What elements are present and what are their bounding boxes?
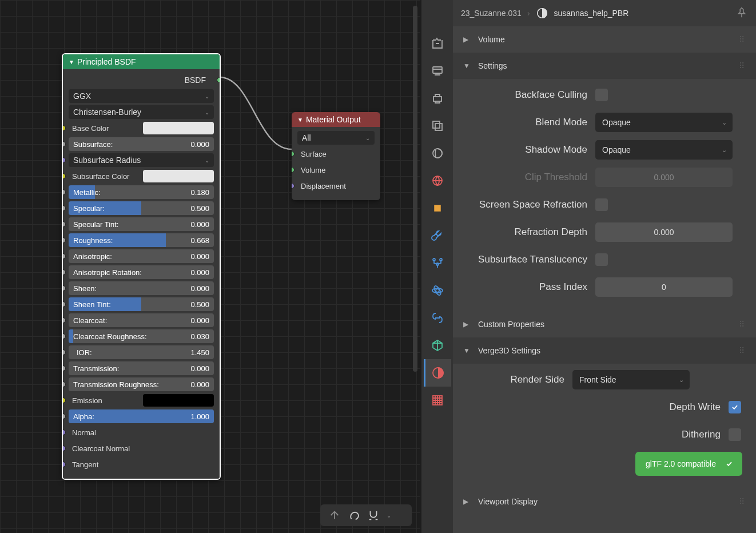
transmission-field[interactable]: Transmission:0.000 xyxy=(69,361,214,375)
socket[interactable] xyxy=(62,429,66,435)
tab-particle[interactable] xyxy=(424,249,451,277)
socket[interactable] xyxy=(62,317,66,323)
sheen-tint-field[interactable]: Sheen Tint:0.500 xyxy=(69,297,214,311)
node-header[interactable]: ▼ Principled BSDF xyxy=(63,54,220,69)
backface-culling-checkbox[interactable] xyxy=(595,89,608,101)
anisotropic-field[interactable]: Anisotropic:0.000 xyxy=(69,249,214,263)
sss-checkbox[interactable] xyxy=(595,253,608,266)
ssr-checkbox[interactable] xyxy=(595,198,608,211)
socket[interactable] xyxy=(62,285,66,291)
anisotropic-rot-field[interactable]: Anisotropic Rotation:0.000 xyxy=(69,265,214,279)
socket[interactable] xyxy=(62,446,66,451)
target-select[interactable]: All⌄ xyxy=(297,131,375,145)
properties-tab-strip xyxy=(421,0,453,533)
socket[interactable] xyxy=(62,157,66,163)
socket[interactable] xyxy=(62,397,66,403)
snap-icon[interactable] xyxy=(367,509,380,522)
tab-modifier[interactable] xyxy=(424,222,451,249)
socket-surface[interactable] xyxy=(292,151,295,157)
breadcrumb[interactable]: 23_Suzanne.031 › susannas_help_PBR xyxy=(453,0,756,26)
node-editor-toolbar: ⌄ xyxy=(320,504,412,526)
tab-scene[interactable] xyxy=(424,140,451,167)
tab-print[interactable] xyxy=(424,85,451,112)
socket[interactable] xyxy=(62,413,66,419)
tab-object[interactable] xyxy=(424,194,451,222)
section-volume[interactable]: ▶ Volume ⠿ xyxy=(453,26,756,53)
socket[interactable] xyxy=(62,301,66,307)
socket-volume[interactable] xyxy=(292,167,295,173)
arrow-up-icon[interactable] xyxy=(328,509,341,522)
principled-bsdf-node[interactable]: ▼ Principled BSDF BSDF GGX⌄ Christensen-… xyxy=(62,53,221,480)
socket[interactable] xyxy=(62,462,66,467)
socket[interactable] xyxy=(62,125,66,131)
section-custom-properties[interactable]: ▶ Custom Properties ⠿ xyxy=(453,311,756,337)
subsurface-color-swatch[interactable] xyxy=(143,170,214,182)
drag-icon[interactable]: ⠿ xyxy=(739,346,746,355)
node-editor-area[interactable]: ▼ Principled BSDF BSDF GGX⌄ Christensen-… xyxy=(0,0,420,533)
distribution-select[interactable]: GGX⌄ xyxy=(69,89,214,103)
clearcoat-field[interactable]: Clearcoat:0.000 xyxy=(69,313,214,327)
material-output-node[interactable]: ▼ Material Output All⌄ Surface Volume Di… xyxy=(292,112,380,200)
gltf-checkbox[interactable] xyxy=(723,458,735,470)
tab-texture[interactable] xyxy=(424,387,451,414)
socket[interactable] xyxy=(62,173,66,179)
breadcrumb-object[interactable]: 23_Suzanne.031 xyxy=(461,9,522,18)
emission-swatch[interactable] xyxy=(143,394,214,407)
specular-tint-field[interactable]: Specular Tint:0.000 xyxy=(69,217,214,231)
node-scrollbar[interactable] xyxy=(413,6,419,503)
chevron-down-icon[interactable]: ⌄ xyxy=(387,512,391,519)
socket[interactable] xyxy=(62,349,66,355)
metallic-field[interactable]: Metallic:0.180 xyxy=(69,185,214,199)
base-color-swatch[interactable] xyxy=(143,122,214,134)
gltf-compatible-toggle[interactable]: glTF 2.0 compatible xyxy=(635,452,742,476)
tab-physics[interactable] xyxy=(424,277,451,304)
socket[interactable] xyxy=(62,253,66,259)
section-verge3d[interactable]: ▼ Verge3D Settings ⠿ xyxy=(453,337,756,364)
node-header[interactable]: ▼ Material Output xyxy=(292,112,380,127)
socket[interactable] xyxy=(62,141,66,147)
ior-field[interactable]: IOR:1.450 xyxy=(69,345,214,359)
roughness-field[interactable]: Roughness:0.668 xyxy=(69,233,214,247)
socket[interactable] xyxy=(62,221,66,227)
transmission-rough-field[interactable]: Transmission Roughness:0.000 xyxy=(69,377,214,391)
blend-mode-select[interactable]: Opaque⌄ xyxy=(595,113,733,132)
socket-bsdf-out[interactable] xyxy=(217,77,221,83)
specular-field[interactable]: Specular:0.500 xyxy=(69,201,214,215)
pin-icon[interactable] xyxy=(735,6,748,21)
drag-icon[interactable]: ⠿ xyxy=(739,320,746,329)
pass-index-field[interactable]: 0 xyxy=(595,277,733,297)
tab-world[interactable] xyxy=(424,167,451,194)
tab-output[interactable] xyxy=(424,57,451,85)
section-viewport-display[interactable]: ▶ Viewport Display ⠿ xyxy=(453,488,756,515)
subsurface-radius[interactable]: Subsurface Radius⌄ xyxy=(69,153,214,167)
socket[interactable] xyxy=(62,333,66,339)
socket[interactable] xyxy=(62,237,66,243)
section-settings[interactable]: ▼ Settings ⠿ xyxy=(453,53,756,79)
shadow-mode-select[interactable]: Opaque⌄ xyxy=(595,140,733,160)
socket[interactable] xyxy=(62,189,66,195)
socket-displacement[interactable] xyxy=(292,183,295,189)
alpha-field[interactable]: Alpha:1.000 xyxy=(69,409,214,423)
socket[interactable] xyxy=(62,365,66,371)
tab-material[interactable] xyxy=(424,359,451,387)
subsurface-method-select[interactable]: Christensen-Burley⌄ xyxy=(69,105,214,119)
tab-constraint[interactable] xyxy=(424,304,451,332)
depth-write-checkbox[interactable] xyxy=(729,401,741,413)
lasso-icon[interactable] xyxy=(348,509,360,522)
drag-icon[interactable]: ⠿ xyxy=(739,35,746,44)
tab-render[interactable] xyxy=(424,30,451,57)
dithering-checkbox[interactable] xyxy=(729,428,741,441)
subsurface-field[interactable]: Subsurface:0.000 xyxy=(69,137,214,151)
clearcoat-rough-field[interactable]: Clearcoat Roughness:0.030 xyxy=(69,329,214,343)
render-side-select[interactable]: Front Side⌄ xyxy=(572,370,690,389)
socket[interactable] xyxy=(62,381,66,387)
socket[interactable] xyxy=(62,269,66,275)
tab-viewlayer[interactable] xyxy=(424,112,451,140)
tab-mesh[interactable] xyxy=(424,332,451,359)
socket[interactable] xyxy=(62,205,66,211)
breadcrumb-material[interactable]: susannas_help_PBR xyxy=(554,9,629,18)
sheen-field[interactable]: Sheen:0.000 xyxy=(69,281,214,295)
refraction-depth-field[interactable]: 0.000 xyxy=(595,222,733,242)
drag-icon[interactable]: ⠿ xyxy=(739,497,746,506)
drag-icon[interactable]: ⠿ xyxy=(739,61,746,70)
